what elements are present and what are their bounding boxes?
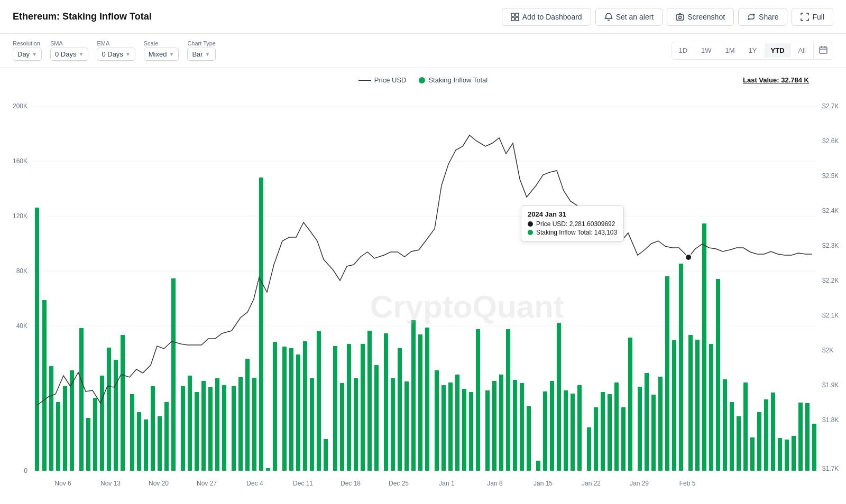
bar-7: [79, 328, 84, 471]
bar-79: [601, 392, 605, 471]
bar-31: [252, 378, 256, 471]
bar-97: [730, 402, 734, 471]
bar-14: [130, 394, 134, 471]
sma-control: SMA 0 Days ▼: [50, 40, 88, 61]
svg-rect-2: [511, 17, 514, 21]
bar-102: [764, 399, 768, 471]
bar-83: [628, 338, 632, 471]
bar-46: [361, 344, 365, 471]
bar-40: [317, 331, 321, 471]
scale-select[interactable]: Mixed ▼: [144, 48, 179, 61]
sma-chevron: ▼: [79, 51, 84, 57]
dashboard-icon: [511, 13, 519, 21]
bar-32: [259, 178, 263, 471]
bar-49: [384, 333, 388, 471]
bar-21: [181, 386, 185, 471]
bar-75: [571, 394, 575, 471]
svg-rect-6: [820, 47, 827, 53]
bar-74: [564, 390, 568, 471]
bar-109: [812, 424, 816, 471]
bar-101: [757, 412, 761, 471]
x-label-feb5: Feb 5: [679, 480, 696, 487]
bar-53: [411, 320, 416, 471]
y-left-40k: 40K: [16, 322, 27, 330]
resolution-chevron: ▼: [32, 51, 37, 57]
y-left-0: 0: [24, 467, 27, 474]
time-btn-1w[interactable]: 1W: [695, 43, 718, 58]
bar-28: [232, 386, 236, 471]
y-right-2.7k: $2.7K: [822, 102, 839, 110]
full-button[interactable]: Full: [792, 8, 833, 26]
bar-62: [476, 329, 480, 471]
y-right-2.6k: $2.6K: [822, 137, 839, 145]
time-btn-1d[interactable]: 1D: [672, 43, 694, 58]
y-right-1.7k: $1.7K: [822, 465, 839, 472]
scale-value: Mixed: [149, 50, 167, 58]
header-actions: Add to Dashboard Set an alert Screenshot…: [502, 8, 833, 26]
bar-71: [543, 391, 547, 471]
chart-svg-wrapper[interactable]: .grid-line { stroke: #f0f0f0; stroke-wid…: [0, 90, 846, 500]
svg-rect-3: [516, 17, 519, 21]
chart-type-value: Bar: [192, 50, 203, 58]
bar-69: [527, 406, 531, 471]
bar-12: [114, 360, 118, 471]
bar-13: [121, 335, 125, 471]
set-alert-button[interactable]: Set an alert: [595, 8, 663, 26]
bar-11: [107, 348, 111, 471]
bar-84: [638, 387, 642, 471]
bar-107: [798, 403, 803, 471]
sma-label: SMA: [50, 40, 88, 46]
bar-90: [679, 264, 683, 471]
y-left-120k: 120K: [13, 212, 27, 220]
bar-56: [435, 370, 439, 471]
sma-select[interactable]: 0 Days ▼: [50, 48, 88, 61]
chart-legend: Price USD Staking Inflow Total: [0, 76, 846, 84]
chart-svg: .grid-line { stroke: #f0f0f0; stroke-wid…: [0, 90, 846, 502]
bar-63: [485, 390, 490, 471]
svg-rect-1: [516, 13, 519, 16]
alert-icon: [604, 13, 613, 21]
resolution-value: Day: [17, 50, 30, 58]
bar-72: [550, 381, 554, 471]
controls-bar: Resolution Day ▼ SMA 0 Days ▼ EMA 0 Days…: [0, 34, 846, 68]
legend-inflow-label: Staking Inflow Total: [428, 76, 488, 84]
legend-inflow: Staking Inflow Total: [419, 76, 488, 84]
bar-103: [771, 393, 775, 471]
ema-select[interactable]: 0 Days ▼: [97, 48, 135, 61]
svg-rect-0: [511, 13, 514, 16]
time-btn-1m[interactable]: 1M: [719, 43, 741, 58]
bar-25: [208, 387, 213, 471]
bar-37: [296, 354, 300, 471]
x-label-nov13: Nov 13: [100, 480, 121, 487]
x-label-dec18: Dec 18: [341, 480, 361, 487]
bar-44: [347, 344, 351, 471]
screenshot-label: Screenshot: [687, 13, 725, 21]
set-alert-label: Set an alert: [616, 13, 654, 21]
y-right-1.9k: $1.9K: [822, 381, 839, 389]
x-label-jan8: Jan 8: [487, 480, 503, 487]
calendar-button[interactable]: [813, 42, 833, 59]
y-left-160k: 160K: [13, 157, 27, 165]
share-button[interactable]: Share: [738, 8, 787, 26]
bar-8: [86, 418, 90, 471]
bar-9: [93, 398, 97, 471]
x-label-dec11: Dec 11: [293, 480, 313, 487]
chart-type-select[interactable]: Bar ▼: [187, 48, 216, 61]
chart-type-chevron: ▼: [205, 51, 210, 57]
bar-45: [354, 378, 358, 471]
bar-94: [709, 344, 713, 471]
y-left-80k: 80K: [16, 267, 27, 275]
bar-106: [792, 436, 796, 471]
add-to-dashboard-button[interactable]: Add to Dashboard: [502, 8, 591, 26]
add-dashboard-label: Add to Dashboard: [522, 13, 582, 21]
time-btn-all[interactable]: All: [792, 43, 812, 58]
screenshot-button[interactable]: Screenshot: [667, 8, 734, 26]
resolution-select[interactable]: Day ▼: [13, 48, 42, 61]
ema-chevron: ▼: [125, 51, 131, 57]
time-btn-1y[interactable]: 1Y: [742, 43, 764, 58]
share-label: Share: [759, 13, 778, 21]
bar-91: [688, 335, 693, 471]
bar-80: [608, 394, 612, 471]
time-btn-ytd[interactable]: YTD: [765, 43, 791, 58]
bar-24: [201, 381, 206, 471]
